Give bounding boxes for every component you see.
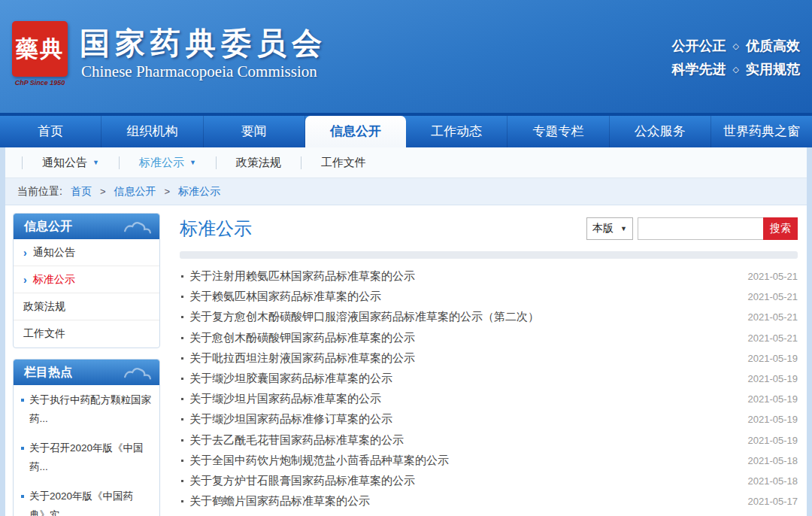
announcement-list: 关于注射用赖氨匹林国家药品标准草案的公示 2021-05-21 关于赖氨匹林国家…: [180, 266, 798, 511]
subnav-item-notices[interactable]: 通知公告 ▼: [22, 156, 119, 169]
announcement-row[interactable]: 关于全国中药饮片炮制规范盐小茴香品种草案的公示 2021-05-18: [180, 451, 798, 471]
section-divider: [180, 251, 798, 259]
nav-item-public-service[interactable]: 公众服务: [610, 116, 711, 147]
slogan-line-2: 科学先进◇实用规范: [672, 58, 800, 81]
bullet-icon: [181, 460, 183, 462]
breadcrumb-link-standard-publicity[interactable]: 标准公示: [178, 185, 220, 199]
nav-item-info-disclosure[interactable]: 信息公开: [305, 116, 406, 147]
announcement-row[interactable]: 关于去乙酰毛花苷国家药品标准草案的公示 2021-05-19: [180, 430, 798, 451]
announcement-date: 2021-05-19: [739, 435, 798, 446]
slogan-text: 优质高效: [746, 38, 800, 53]
bullet-icon: [181, 439, 183, 442]
announcement-row[interactable]: 关于复方炉甘石眼膏国家药品标准草案的公示 2021-05-18: [180, 471, 798, 491]
hot-item-title: 关于执行中药配方颗粒国家药...: [29, 390, 153, 428]
cloud-icon: [120, 363, 155, 381]
announcement-row[interactable]: 关于缬沙坦胶囊国家药品标准草案的公示 2021-05-19: [180, 369, 798, 389]
announcement-title: 关于愈创木酚磺酸钾国家药品标准草案的公示: [189, 331, 415, 345]
hot-list-item[interactable]: 关于2020年版《中国药典》实...: [14, 481, 159, 516]
site-title: 国家药典委员会: [80, 23, 327, 64]
breadcrumb-link-home[interactable]: 首页: [71, 185, 92, 199]
subnav-item-work-documents[interactable]: 工作文件: [301, 156, 386, 169]
announcement-date: 2021-05-18: [739, 455, 798, 466]
bullet-icon: [181, 275, 183, 278]
sidebar-item-notices[interactable]: › 通知公告: [14, 239, 159, 266]
sidebar-item-standard-publicity[interactable]: › 标准公示: [14, 266, 159, 293]
subnav-label: 政策法规: [236, 156, 281, 170]
site-subtitle: Chinese Pharmacopoeia Commission: [81, 62, 317, 81]
nav-item-home[interactable]: 首页: [0, 116, 102, 147]
bullet-icon: [181, 500, 183, 502]
content-area: 信息公开 › 通知公告 › 标准公示 政策法规 工作文件: [5, 205, 807, 516]
nav-item-news[interactable]: 要闻: [204, 116, 305, 147]
sub-nav: 通知公告 ▼ 标准公示 ▼ 政策法规 工作文件: [5, 147, 807, 178]
announcement-date: 2021-05-17: [739, 496, 798, 507]
nav-item-work-trends[interactable]: 工作动态: [406, 116, 508, 147]
subnav-item-policies[interactable]: 政策法规: [216, 156, 301, 169]
announcement-title: 关于复方炉甘石眼膏国家药品标准草案的公示: [189, 474, 415, 488]
page-body: 通知公告 ▼ 标准公示 ▼ 政策法规 工作文件 当前位置: 首页 > 信息公开 …: [0, 147, 812, 516]
bullet-icon: [181, 480, 183, 482]
announcement-date: 2021-05-18: [739, 475, 798, 487]
sidebar: 信息公开 › 通知公告 › 标准公示 政策法规 工作文件: [13, 213, 160, 516]
search-button[interactable]: 搜索: [763, 217, 798, 240]
sidebar-item-label: 标准公示: [33, 273, 75, 287]
sidebar-menu-title: 信息公开: [24, 220, 72, 232]
announcement-date: 2021-05-21: [739, 332, 798, 344]
announcement-title: 关于复方愈创木酚磺酸钾口服溶液国家药品标准草案的公示（第二次）: [189, 310, 539, 324]
main-nav: 首页 组织机构 要闻 信息公开 工作动态 专题专栏 公众服务 世界药典之窗: [0, 113, 812, 147]
slogan-text: 科学先进: [672, 62, 726, 77]
hot-list-item[interactable]: 关于召开2020年版《中国药...: [14, 433, 159, 481]
logo-caption: ChP Since 1950: [8, 79, 72, 87]
chevron-down-icon: ▼: [92, 159, 99, 166]
announcement-title: 关于赖氨匹林国家药品标准草案的公示: [189, 290, 381, 304]
bullet-icon: [181, 398, 183, 400]
slogan-text: 实用规范: [746, 62, 800, 77]
announcement-row[interactable]: 关于注射用赖氨匹林国家药品标准草案的公示 2021-05-21: [180, 266, 798, 287]
sidebar-menu-box: 信息公开 › 通知公告 › 标准公示 政策法规 工作文件: [13, 213, 160, 348]
announcement-row[interactable]: 关于赖氨匹林国家药品标准草案的公示 2021-05-21: [180, 287, 798, 307]
sidebar-hot-box: 栏目热点 关于执行中药配方颗粒国家药... 关于召开2020年版《中国药... …: [13, 359, 160, 516]
announcement-row[interactable]: 关于复方愈创木酚磺酸钾口服溶液国家药品标准草案的公示（第二次） 2021-05-…: [180, 307, 798, 327]
announcement-title: 关于吡拉西坦注射液国家药品标准草案的公示: [189, 351, 415, 366]
announcement-date: 2021-05-19: [739, 393, 798, 405]
announcement-row[interactable]: 关于缬沙坦片国家药品标准草案的公示 2021-05-19: [180, 389, 798, 409]
breadcrumb-separator: >: [100, 186, 106, 197]
announcement-row[interactable]: 关于愈创木酚磺酸钾国家药品标准草案的公示 2021-05-21: [180, 328, 798, 348]
slogan-text: 公开公正: [672, 38, 726, 53]
subnav-label: 工作文件: [321, 156, 366, 170]
slogan-block: 公开公正◇优质高效 科学先进◇实用规范: [672, 35, 800, 81]
search-scope-select[interactable]: 本版 ▼: [586, 217, 633, 240]
nav-item-organization[interactable]: 组织机构: [102, 116, 203, 147]
sidebar-item-policies[interactable]: 政策法规: [14, 293, 159, 320]
sidebar-item-work-documents[interactable]: 工作文件: [14, 320, 159, 348]
announcement-row[interactable]: 关于吡拉西坦注射液国家药品标准草案的公示 2021-05-19: [180, 348, 798, 369]
announcement-row[interactable]: 关于缬沙坦国家药品标准修订草案的公示 2021-05-19: [180, 409, 798, 429]
announcement-date: 2021-05-21: [739, 271, 798, 282]
announcement-title: 关于去乙酰毛花苷国家药品标准草案的公示: [189, 433, 404, 448]
nav-item-world-pharmacopoeia[interactable]: 世界药典之窗: [711, 116, 812, 147]
breadcrumb-prefix: 当前位置:: [17, 185, 62, 199]
announcement-date: 2021-05-21: [739, 291, 798, 302]
sidebar-item-label: 通知公告: [33, 246, 75, 260]
breadcrumb-separator: >: [164, 186, 170, 197]
hot-item-title: 关于2020年版《中国药典》实...: [29, 487, 153, 516]
sidebar-hot-title: 栏目热点: [24, 366, 72, 378]
bullet-icon: [181, 337, 183, 339]
subnav-label: 标准公示: [139, 156, 184, 170]
announcement-title: 关于注射用赖氨匹林国家药品标准草案的公示: [189, 269, 415, 284]
nav-item-special-columns[interactable]: 专题专栏: [508, 116, 609, 147]
search-input[interactable]: [638, 217, 764, 240]
breadcrumb-link-info-disclosure[interactable]: 信息公开: [114, 185, 156, 199]
announcement-row[interactable]: 关于鹤蟾片国家药品标准草案的公示 2021-05-17: [180, 491, 798, 511]
announcement-title: 关于缬沙坦国家药品标准修订草案的公示: [189, 412, 392, 426]
announcement-title: 关于缬沙坦胶囊国家药品标准草案的公示: [189, 372, 392, 386]
hot-item-title: 关于召开2020年版《中国药...: [29, 439, 153, 476]
cloud-icon: [120, 217, 155, 235]
main-header: 标准公示 本版 ▼ 搜索: [180, 213, 798, 241]
site-logo-seal-icon: 藥典: [12, 21, 68, 77]
subnav-item-standard-publicity[interactable]: 标准公示 ▼: [119, 156, 216, 169]
announcement-title: 关于鹤蟾片国家药品标准草案的公示: [189, 494, 370, 508]
sidebar-item-label: 政策法规: [23, 300, 65, 314]
hot-list-item[interactable]: 关于执行中药配方颗粒国家药...: [14, 385, 159, 433]
search-scope-value: 本版: [592, 222, 614, 235]
